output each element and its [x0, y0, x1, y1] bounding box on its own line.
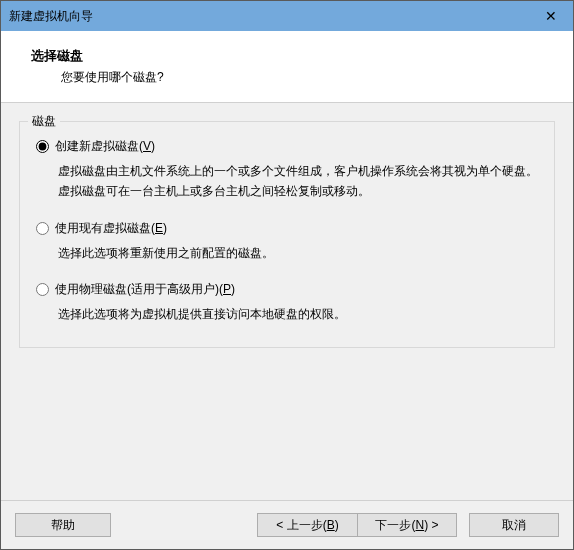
option-physical-label: 使用物理磁盘(适用于高级用户)(P) [55, 281, 235, 298]
option-physical-disk: 使用物理磁盘(适用于高级用户)(P) 选择此选项将为虚拟机提供直接访问本地硬盘的… [32, 281, 542, 324]
option-create-label: 创建新虚拟磁盘(V) [55, 138, 155, 155]
back-button[interactable]: < 上一步(B) [257, 513, 357, 537]
close-button[interactable]: ✕ [528, 1, 573, 31]
page-subtitle: 您要使用哪个磁盘? [61, 69, 555, 86]
option-create-desc: 虚拟磁盘由主机文件系统上的一个或多个文件组成，客户机操作系统会将其视为单个硬盘。… [58, 161, 542, 202]
fieldset-legend: 磁盘 [28, 113, 60, 130]
next-button[interactable]: 下一步(N) > [357, 513, 457, 537]
option-physical-row[interactable]: 使用物理磁盘(适用于高级用户)(P) [36, 281, 542, 298]
cancel-button[interactable]: 取消 [469, 513, 559, 537]
nav-button-group: < 上一步(B) 下一步(N) > [257, 513, 457, 537]
radio-create-new[interactable] [36, 140, 49, 153]
titlebar: 新建虚拟机向导 ✕ [1, 1, 573, 31]
content-area: 磁盘 创建新虚拟磁盘(V) 虚拟磁盘由主机文件系统上的一个或多个文件组成，客户机… [1, 103, 573, 500]
option-create-new-disk: 创建新虚拟磁盘(V) 虚拟磁盘由主机文件系统上的一个或多个文件组成，客户机操作系… [32, 138, 542, 202]
option-existing-row[interactable]: 使用现有虚拟磁盘(E) [36, 220, 542, 237]
page-title: 选择磁盘 [31, 47, 555, 65]
disk-fieldset: 磁盘 创建新虚拟磁盘(V) 虚拟磁盘由主机文件系统上的一个或多个文件组成，客户机… [19, 121, 555, 348]
radio-physical[interactable] [36, 283, 49, 296]
wizard-header: 选择磁盘 您要使用哪个磁盘? [1, 31, 573, 103]
option-physical-desc: 选择此选项将为虚拟机提供直接访问本地硬盘的权限。 [58, 304, 542, 324]
option-existing-desc: 选择此选项将重新使用之前配置的磁盘。 [58, 243, 542, 263]
option-create-row[interactable]: 创建新虚拟磁盘(V) [36, 138, 542, 155]
radio-existing[interactable] [36, 222, 49, 235]
window-title: 新建虚拟机向导 [9, 8, 93, 25]
option-existing-disk: 使用现有虚拟磁盘(E) 选择此选项将重新使用之前配置的磁盘。 [32, 220, 542, 263]
help-button[interactable]: 帮助 [15, 513, 111, 537]
close-icon: ✕ [545, 8, 557, 24]
wizard-footer: 帮助 < 上一步(B) 下一步(N) > 取消 [1, 500, 573, 549]
option-existing-label: 使用现有虚拟磁盘(E) [55, 220, 167, 237]
